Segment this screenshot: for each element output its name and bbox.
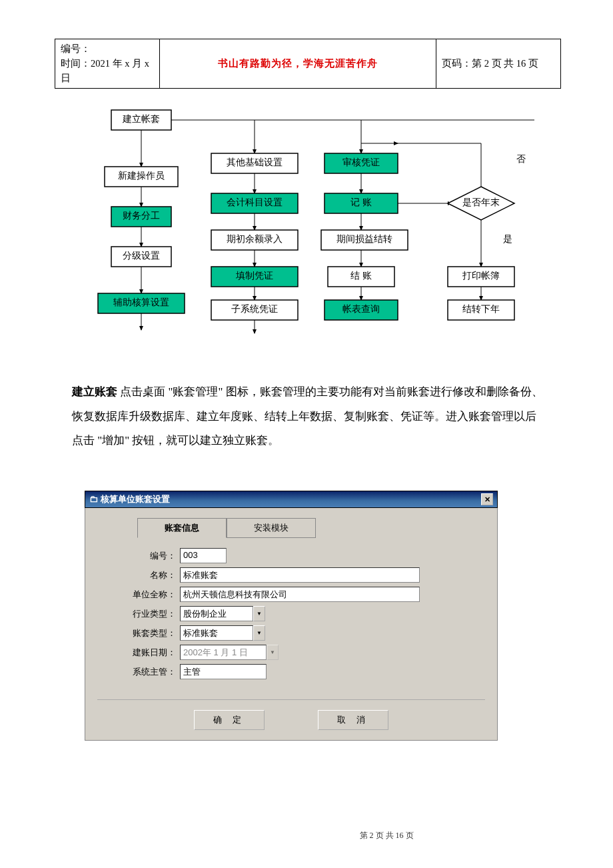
header-page: 页码：第 2 页 共 16 页: [436, 39, 561, 89]
decision-yes-label: 是: [503, 234, 512, 244]
chevron-down-icon: ▼: [267, 645, 279, 660]
flow-node: 新建操作员: [118, 171, 165, 181]
label-name: 名称：: [124, 569, 176, 581]
label-serial: 编号：: [124, 550, 176, 562]
window-icon: 🗀 核算单位账套设置: [89, 493, 170, 505]
paragraph-body: 点击桌面 "账套管理" 图标，账套管理的主要功能有对当前账套进行修改和删除备份、…: [72, 385, 543, 447]
paragraph: 建立账套 点击桌面 "账套管理" 图标，账套管理的主要功能有对当前账套进行修改和…: [72, 380, 545, 453]
select-industry[interactable]: 股份制企业: [180, 606, 253, 621]
header-motto: 书山有路勤为径，学海无涯苦作舟: [160, 39, 436, 89]
label-account-type: 账套类型：: [124, 627, 176, 639]
page-footer: 第 2 页 共 16 页: [0, 830, 613, 841]
flow-node: 会计科目设置: [227, 197, 283, 207]
ok-button[interactable]: 确 定: [194, 710, 265, 730]
flow-node: 审核凭证: [342, 157, 380, 167]
close-icon[interactable]: ✕: [481, 493, 493, 505]
flow-node: 结 账: [350, 271, 372, 281]
flow-decision: 是否年末: [462, 197, 500, 207]
account-dialog: 🗀 核算单位账套设置 ✕ 账套信息 安装模块 编号： 003 名称： 标准账套 …: [85, 491, 498, 741]
document-header: 编号： 时间：2021 年 x 月 x 日 书山有路勤为径，学海无涯苦作舟 页码…: [55, 39, 561, 89]
flow-node: 辅助核算设置: [113, 297, 169, 307]
label-create-date: 建账日期：: [124, 647, 176, 659]
dialog-title: 核算单位账套设置: [101, 494, 170, 504]
flow-node: 建立帐套: [122, 114, 160, 124]
decision-no-label: 否: [516, 154, 526, 164]
input-company[interactable]: 杭州天顿信息科技有限公司: [180, 587, 420, 602]
flow-node: 帐表查询: [342, 304, 380, 314]
tab-install-module[interactable]: 安装模块: [227, 518, 316, 538]
flow-node: 分级设置: [123, 251, 160, 261]
tab-account-info[interactable]: 账套信息: [137, 518, 227, 538]
select-create-date[interactable]: 2002年 1 月 1 日: [180, 645, 267, 660]
flow-node: 期间损益结转: [336, 234, 392, 244]
flow-node: 结转下年: [462, 304, 500, 314]
flow-node: 填制凭证: [235, 271, 273, 281]
input-serial[interactable]: 003: [180, 548, 227, 563]
flow-node: 子系统凭证: [231, 304, 278, 314]
flow-node: 期初余额录入: [227, 234, 283, 244]
chevron-down-icon[interactable]: ▼: [253, 625, 265, 641]
select-account-type[interactable]: 标准账套: [180, 625, 253, 641]
input-name[interactable]: 标准账套: [180, 567, 420, 583]
label-admin: 系统主管：: [124, 666, 176, 678]
flow-node: 记 账: [350, 197, 372, 207]
flowchart: 建立帐套 新建操作员 财务分工 分级设置 辅助核算设置 其他基础设置 会计科目设…: [55, 100, 561, 347]
flow-node: 财务分工: [123, 211, 160, 221]
serial-label: 编号：: [61, 42, 154, 57]
cancel-button[interactable]: 取 消: [318, 710, 388, 730]
date-label: 时间：2021 年 x 月 x 日: [61, 57, 154, 86]
label-company: 单位全称：: [124, 589, 176, 601]
tabs: 账套信息 安装模块: [137, 518, 485, 538]
flow-node: 其他基础设置: [227, 157, 283, 167]
chevron-down-icon[interactable]: ▼: [253, 606, 265, 621]
flow-node: 打印帐簿: [462, 271, 500, 281]
input-admin[interactable]: 主管: [180, 664, 267, 679]
label-industry: 行业类型：: [124, 608, 176, 620]
paragraph-lead: 建立账套: [72, 385, 117, 398]
